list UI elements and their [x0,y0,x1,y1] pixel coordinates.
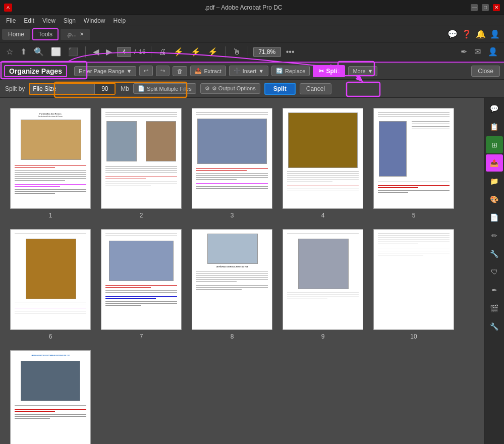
email-icon[interactable]: ✉ [472,46,483,58]
menu-help[interactable]: Help [109,16,130,25]
cancel-split-button[interactable]: Cancel [300,83,331,94]
p3-line5 [196,177,268,178]
redact-panel-button[interactable]: 📄 [486,209,503,226]
search-icon[interactable]: 🔍 [32,46,46,58]
page-range-input[interactable]: Enter Page Range ▼ [74,66,136,76]
pages-icon[interactable]: ⬛ [66,46,80,58]
extract-button[interactable]: 📤 Extract [190,66,226,76]
page-thumb-6[interactable]: 6 [10,229,91,340]
edit-panel-button[interactable]: ✏ [486,227,503,244]
chat-icon[interactable]: 💬 [445,28,460,40]
page-num-5: 5 [412,212,416,219]
print-icon[interactable]: 🖨 [156,46,169,58]
video-panel-button[interactable]: 🎬 [486,300,503,317]
notification-icon[interactable]: 🔔 [474,28,488,40]
more-button[interactable]: More ▼ [348,66,377,76]
zoom-level-display[interactable]: 71,8% [253,47,281,57]
two-page-icon[interactable]: ⚡ [206,46,220,58]
signature-icon[interactable]: ✒ [459,46,469,58]
p3-line4 [196,175,268,176]
split-button[interactable]: ✂ Split [313,65,345,77]
split-size-input[interactable] [94,84,115,94]
close-button[interactable]: Close [471,66,500,77]
p5-image [379,121,407,177]
split-multiple-button[interactable]: 📄 Split Multiple Files [133,83,196,94]
p8-line5 [196,279,268,280]
maximize-button[interactable]: □ [482,4,489,11]
p10-l8 [378,251,450,251]
p2-line5 [105,169,177,169]
insert-icon: ➕ [234,68,241,74]
menu-window[interactable]: Window [80,16,109,25]
page-thumb-7[interactable]: 7 [101,229,182,340]
minimize-button[interactable]: — [471,4,478,11]
document-tab[interactable]: .p... ✕ [61,29,90,40]
menu-edit[interactable]: Edit [20,16,38,25]
settings-panel-button[interactable]: 🔧 [486,318,503,335]
page-thumbnail-1: Funérailles des Reines Le cérémoniel des… [10,108,91,209]
fit-page-icon[interactable]: ⚡ [172,46,186,58]
delete-button[interactable]: 🗑 [173,66,187,76]
page-thumb-11[interactable]: LA PROFANATION DES TOMBEAUX ROYAUX DE 17… [10,350,91,444]
tools-panel-button[interactable]: 🔧 [486,245,503,262]
page-thumb-9[interactable]: 9 [283,229,363,340]
undo-button[interactable]: ↩ [139,66,153,76]
bookmark-icon[interactable]: ☆ [4,46,15,58]
menu-sign[interactable]: Sign [60,16,80,25]
page-thumbnail-3 [192,108,272,209]
prev-page-icon[interactable]: ◀ [91,46,101,58]
page-thumb-5[interactable]: 5 [373,108,454,219]
window-close-button[interactable]: ✕ [493,4,500,11]
output-options-button[interactable]: ⚙ ⚙ Output Options [200,83,260,94]
more-options-icon[interactable]: ••• [284,46,297,58]
share-icon[interactable]: 👤 [486,46,500,58]
page-thumb-10[interactable]: 10 [373,229,454,340]
do-split-button[interactable]: Split [264,83,296,95]
gear-icon: ⚙ [205,85,210,92]
pages-panel-button[interactable]: 📋 [486,118,503,135]
comment-panel-button[interactable]: 💬 [486,100,503,117]
cursor-icon[interactable]: 🖱 [231,46,243,58]
account-icon[interactable]: 👤 [488,28,502,40]
menu-view[interactable]: View [38,16,60,25]
split-by-select[interactable]: File Size Number of Pages Top-Level Book… [30,84,94,94]
organize-panel-button[interactable]: ⊞ [486,136,503,153]
p1-image [21,120,81,160]
help-icon[interactable]: ❓ [460,28,474,40]
tab-close-button[interactable]: ✕ [80,31,84,37]
protect-panel-button[interactable]: 🛡 [486,263,503,281]
upload-icon[interactable]: ⬆ [18,46,29,58]
p8-image [207,234,258,264]
p9-l2 [287,293,359,293]
replace-label: Replace [285,68,305,74]
page-thumb-8[interactable]: CATHÉDRALE DE MEXICO, MORTE DU VICE 8 [192,229,272,340]
next-page-icon[interactable]: ▶ [104,46,114,58]
replace-button[interactable]: 🔄 Replace [271,66,310,76]
page-thumb-4[interactable]: 4 [283,108,363,219]
menu-file[interactable]: File [2,16,20,25]
p10-l9 [378,253,450,253]
p1-line6 [15,176,86,177]
snapshot-icon[interactable]: ⬜ [49,46,63,58]
p10-l5 [378,242,450,242]
redo-button[interactable]: ↪ [156,66,170,76]
folder-panel-button[interactable]: 📁 [486,173,503,190]
page-num-1: 1 [49,212,52,219]
fit-width-icon[interactable]: ⚡ [189,46,203,58]
home-button[interactable]: Home [2,29,30,40]
tools-button[interactable]: Tools [32,28,59,40]
page-thumb-1[interactable]: Funérailles des Reines Le cérémoniel des… [10,108,91,219]
sign-panel-button[interactable]: ✒ [486,282,503,299]
page-thumb-2[interactable]: 2 [101,108,182,219]
page-number-input[interactable]: 4 [117,47,131,57]
export-panel-button[interactable]: 📤 [486,154,503,172]
media-panel-button[interactable]: 🎨 [486,191,503,208]
p1-subtitle: Le cérémoniel des reines de France [16,116,85,118]
app-icon: A [4,4,12,12]
p7-red2 [105,287,151,288]
insert-button[interactable]: ➕ Insert ▼ [229,66,268,76]
page-thumbnail-5 [373,108,454,209]
p2-redline1 [105,177,177,177]
page-thumbnail-8: CATHÉDRALE DE MEXICO, MORTE DU VICE [192,229,272,330]
page-thumb-3[interactable]: 3 [192,108,272,219]
